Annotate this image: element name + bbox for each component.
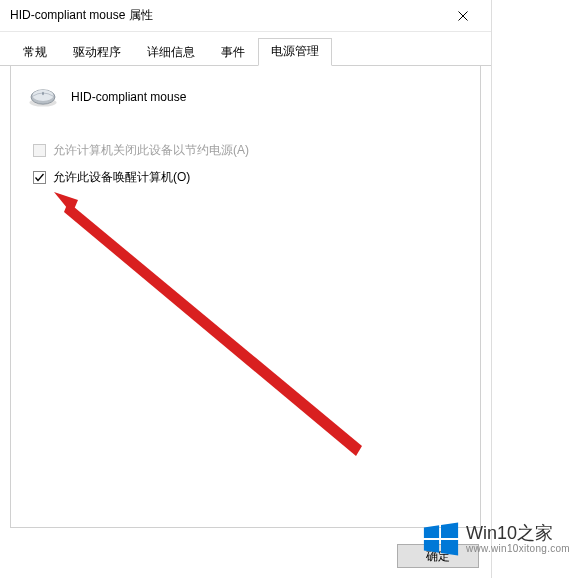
- svg-point-3: [42, 92, 44, 96]
- tab-driver[interactable]: 驱动程序: [60, 39, 134, 66]
- device-name: HID-compliant mouse: [71, 90, 186, 104]
- checkbox-allow-power-off: 允许计算机关闭此设备以节约电源(A): [33, 142, 464, 159]
- watermark-brand-zh: 之家: [517, 523, 553, 543]
- properties-dialog: HID-compliant mouse 属性 常规 驱动程序 详细信息 事件 电…: [0, 0, 492, 578]
- close-button[interactable]: [443, 2, 483, 30]
- checkbox-box-disabled: [33, 144, 46, 157]
- checkbox-box-checked: [33, 171, 46, 184]
- close-icon: [458, 11, 468, 21]
- tab-general[interactable]: 常规: [10, 39, 60, 66]
- watermark: Win10之家 www.win10xitong.com: [422, 520, 570, 558]
- watermark-url: www.win10xitong.com: [466, 543, 570, 554]
- tab-content-power: HID-compliant mouse 允许计算机关闭此设备以节约电源(A) 允…: [10, 66, 481, 528]
- checkbox-label-wake: 允许此设备唤醒计算机(O): [53, 169, 190, 186]
- tabbar: 常规 驱动程序 详细信息 事件 电源管理: [0, 40, 491, 66]
- window-title: HID-compliant mouse 属性: [10, 7, 153, 24]
- tab-power-management[interactable]: 电源管理: [258, 38, 332, 66]
- checkbox-label-power-off: 允许计算机关闭此设备以节约电源(A): [53, 142, 249, 159]
- watermark-brand: Win10之家: [466, 524, 570, 544]
- tab-events[interactable]: 事件: [208, 39, 258, 66]
- watermark-brand-en: Win10: [466, 523, 517, 543]
- svg-point-2: [33, 90, 54, 101]
- device-header: HID-compliant mouse: [27, 86, 464, 108]
- checkmark-icon: [34, 172, 45, 183]
- tab-details[interactable]: 详细信息: [134, 39, 208, 66]
- watermark-text: Win10之家 www.win10xitong.com: [466, 524, 570, 555]
- windows-logo-icon: [422, 520, 460, 558]
- titlebar: HID-compliant mouse 属性: [0, 0, 491, 32]
- mouse-icon: [27, 86, 59, 108]
- checkbox-allow-wake[interactable]: 允许此设备唤醒计算机(O): [33, 169, 464, 186]
